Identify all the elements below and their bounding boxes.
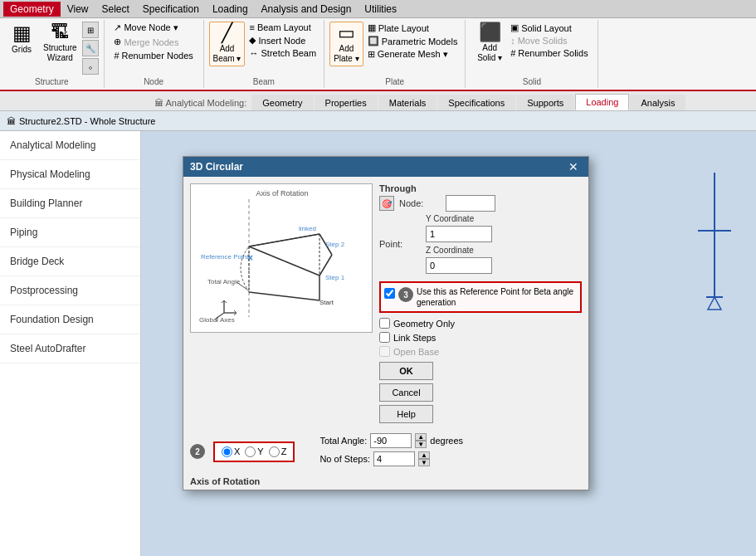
tab-properties[interactable]: Properties [315, 95, 378, 110]
ok-button[interactable]: OK [379, 362, 433, 380]
axis-group: Axis of Rotation X Y Z [213, 441, 295, 462]
angle-spin-down[interactable]: ▼ [415, 441, 427, 448]
modal-body: Axis of Rotation Reference Point × linke… [183, 177, 588, 430]
axis-y-radio[interactable] [245, 446, 256, 457]
tab-specifications[interactable]: Specifications [437, 95, 515, 110]
move-solids-button[interactable]: ↕ Move Solids [508, 35, 591, 46]
svg-text:Total Angle: Total Angle [207, 278, 241, 285]
axis-y-option[interactable]: Y [245, 446, 263, 457]
renumber-solids-button[interactable]: # Renumber Solids [508, 47, 591, 59]
ribbon-group-plate: ▭ AddPlate ▾ ▦ Plate Layout 🔲 Parametric… [324, 20, 466, 88]
sidebar-item-piping[interactable]: Piping [0, 218, 140, 247]
link-steps-label: Link Steps [393, 333, 436, 343]
point-row: Point: Y Coordinate Z Coordinate [379, 214, 582, 274]
beta-angle-checkbox-area: 3 Use this as Reference Point for Beta a… [379, 281, 582, 313]
svg-text:×: × [247, 252, 253, 264]
svg-text:Start: Start [319, 299, 334, 306]
svg-text:Step 2: Step 2 [325, 241, 345, 248]
tab-loading[interactable]: Loading [575, 94, 629, 110]
tab-materials[interactable]: Materials [378, 95, 437, 110]
add-solid-button[interactable]: ⬛ AddSolid ▾ [473, 22, 506, 65]
axis-x-radio[interactable] [222, 446, 232, 457]
steps-input[interactable] [373, 451, 415, 466]
insert-node-button[interactable]: ◆ Insert Node [246, 34, 319, 46]
beam-layout-button[interactable]: ≡ Beam Layout [246, 22, 319, 33]
menu-loading[interactable]: Loading [206, 2, 255, 17]
steps-label: No of Steps: [319, 454, 370, 464]
generate-mesh-button[interactable]: ⊞ Generate Mesh ▾ [365, 48, 461, 61]
insert-node-icon: ◆ [249, 35, 256, 46]
tab-analysis[interactable]: Analysis [630, 95, 685, 110]
steps-spin-up[interactable]: ▲ [418, 451, 430, 459]
structure-icon-3[interactable]: ⬦ [82, 58, 99, 75]
axis-x-option[interactable]: X [222, 446, 240, 457]
svg-line-12 [319, 255, 332, 276]
diagram-svg: Axis of Rotation Reference Point × linke… [191, 184, 373, 334]
move-node-button[interactable]: ↗ Move Node ▾ [111, 22, 180, 34]
modal-close-button[interactable]: ✕ [565, 160, 582, 173]
menu-select[interactable]: Select [95, 2, 135, 17]
add-solid-icon: ⬛ [479, 23, 501, 41]
menu-utilities[interactable]: Utilities [358, 2, 403, 17]
node-input[interactable] [446, 195, 495, 212]
merge-nodes-button[interactable]: ⊕ Merge Nodes [111, 36, 181, 48]
solid-layout-button[interactable]: ▣ Solid Layout [508, 22, 591, 34]
add-plate-button[interactable]: ▭ AddPlate ▾ [329, 22, 363, 66]
solid-layout-icon: ▣ [510, 22, 519, 33]
stretch-beam-button[interactable]: ↔ Stretch Beam [246, 47, 319, 59]
sidebar-item-physical[interactable]: Physical Modeling [0, 160, 140, 189]
total-angle-input[interactable] [370, 433, 412, 448]
sidebar: Analytical Modeling Physical Modeling Bu… [0, 131, 141, 556]
menu-bar: Geometry View Select Specification Loadi… [0, 0, 756, 18]
structure-wizard-button[interactable]: 🏗 StructureWizard [40, 22, 80, 65]
structure-icon-2[interactable]: 🔧 [82, 40, 99, 56]
grids-button[interactable]: ▦ Grids [5, 22, 38, 56]
menu-geometry[interactable]: Geometry [3, 2, 61, 17]
content-area: 3D Circular ✕ Axis of Rotation Reference… [141, 131, 756, 556]
parametric-models-button[interactable]: 🔲 Parametric Models [365, 35, 461, 47]
tab-supports[interactable]: Supports [516, 95, 574, 110]
z-coord-input[interactable] [426, 257, 492, 274]
menu-view[interactable]: View [61, 2, 95, 17]
axis-y-label: Y [257, 446, 263, 456]
geometry-only-label: Geometry Only [393, 319, 455, 329]
sidebar-item-bridge[interactable]: Bridge Deck [0, 247, 140, 276]
move-solids-icon: ↕ [510, 36, 515, 46]
right-options: Geometry Only Link Steps Open Base [379, 318, 582, 357]
node-selector-icon[interactable]: 🎯 [379, 196, 394, 211]
total-angle-row: Total Angle: ▲ ▼ degrees [319, 433, 463, 448]
modal-dialog: 3D Circular ✕ Axis of Rotation Reference… [183, 156, 589, 490]
axis-z-option[interactable]: Z [269, 446, 287, 457]
sidebar-item-analytical[interactable]: Analytical Modeling [0, 131, 140, 160]
cancel-button[interactable]: Cancel [379, 383, 433, 402]
help-button[interactable]: Help [379, 405, 433, 423]
link-steps-checkbox[interactable] [379, 332, 390, 343]
ribbon-group-node: ↗ Move Node ▾ ⊕ Merge Nodes # Renumber N… [105, 20, 204, 88]
open-base-checkbox[interactable] [379, 346, 390, 357]
menu-analysis[interactable]: Analysis and Design [255, 2, 358, 17]
plate-layout-button[interactable]: ▦ Plate Layout [365, 22, 461, 34]
renumber-nodes-button[interactable]: # Renumber Nodes [111, 50, 195, 61]
renumber-nodes-icon: # [114, 51, 119, 61]
svg-text:Axis of Rotation: Axis of Rotation [256, 189, 308, 198]
sidebar-item-foundation[interactable]: Foundation Design [0, 305, 140, 334]
y-coord-input[interactable] [426, 226, 492, 242]
tab-geometry[interactable]: Geometry [251, 95, 313, 110]
geometry-only-checkbox[interactable] [379, 318, 390, 329]
steps-spin: ▲ ▼ [418, 451, 430, 466]
sidebar-item-postprocessing[interactable]: Postprocessing [0, 276, 140, 305]
point-label: Point: [379, 239, 421, 249]
add-beam-button[interactable]: ╱ AddBeam ▾ [209, 22, 246, 66]
add-beam-icon: ╱ [222, 24, 232, 42]
axis-z-radio[interactable] [269, 446, 280, 457]
sidebar-item-steel[interactable]: Steel AutoDrafter [0, 334, 140, 363]
axis-x-label: X [234, 446, 240, 456]
steps-spin-down[interactable]: ▼ [418, 459, 430, 466]
structure-icon-1[interactable]: ⊞ [82, 22, 99, 38]
axis-bottom-label: Axis of Rotation [183, 476, 588, 490]
sidebar-item-building[interactable]: Building Planner [0, 189, 140, 218]
plate-layout-icon: ▦ [368, 22, 376, 33]
beta-angle-checkbox[interactable] [384, 288, 395, 299]
menu-specification[interactable]: Specification [136, 2, 206, 17]
angle-spin-up[interactable]: ▲ [415, 433, 427, 441]
